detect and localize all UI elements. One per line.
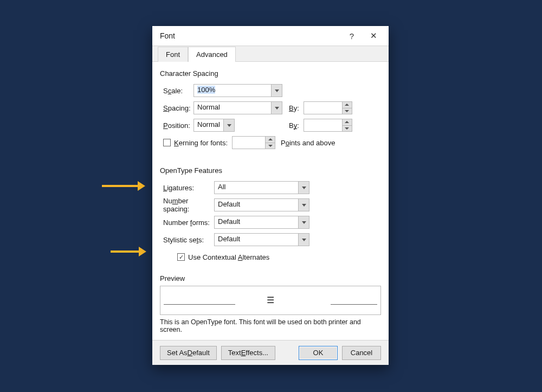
scale-value: 100%: [197, 86, 215, 94]
preview-line-right: [331, 304, 377, 305]
text-effects-button[interactable]: Text Effects...: [221, 346, 275, 360]
font-dialog: Font ? ✕ Font Advanced Character Spacing…: [152, 26, 389, 365]
chevron-down-icon[interactable]: [223, 119, 234, 131]
chevron-down-icon[interactable]: [298, 234, 309, 246]
preview-box: ☰: [160, 286, 381, 315]
number-spacing-combo[interactable]: Default: [214, 198, 309, 211]
stylistic-sets-value: Default: [215, 234, 298, 246]
position-by-label: By:: [289, 121, 299, 130]
chevron-down-icon[interactable]: [298, 182, 309, 194]
kerning-checkbox[interactable]: [163, 139, 171, 146]
ligatures-value: All: [215, 182, 298, 194]
chevron-down-icon[interactable]: [271, 85, 282, 97]
number-forms-label: Number forms:: [163, 219, 214, 227]
group-preview-title: Preview: [160, 274, 381, 282]
position-by-value: [304, 119, 342, 131]
number-forms-value: Default: [215, 216, 298, 228]
cancel-button[interactable]: Cancel: [342, 346, 381, 360]
kerning-value: [233, 137, 265, 149]
group-character-spacing-title: Character Spacing: [160, 69, 381, 78]
group-opentype: Ligatures: All Number spacing: Default N…: [160, 178, 381, 271]
spacing-by-input[interactable]: [304, 101, 352, 114]
group-opentype-title: OpenType Features: [160, 166, 381, 175]
tab-row: Font Advanced: [152, 46, 389, 62]
spinner-icon[interactable]: [342, 119, 352, 131]
contextual-alternates-checkbox[interactable]: [177, 253, 185, 261]
chevron-down-icon[interactable]: [271, 102, 282, 114]
footer: Set As Default Text Effects... OK Cancel: [152, 340, 389, 365]
set-as-default-button[interactable]: Set As Default: [160, 346, 217, 360]
position-by-input[interactable]: [304, 119, 352, 132]
contextual-alternates-label: Use Contextual Alternates: [188, 253, 269, 261]
kerning-input[interactable]: [232, 136, 275, 149]
annotation-arrow-1: [102, 181, 145, 191]
kerning-label: Kerning for fonts:: [174, 139, 228, 147]
dialog-title: Font: [160, 31, 341, 40]
kerning-suffix: Points and above: [281, 139, 335, 147]
number-forms-combo[interactable]: Default: [214, 216, 309, 229]
dialog-body: Character Spacing Scale: 100% Spacing: N…: [152, 62, 389, 340]
scale-combo[interactable]: 100%: [193, 84, 282, 97]
spacing-by-value: [304, 102, 342, 114]
spinner-icon[interactable]: [342, 102, 352, 114]
position-value: Normal: [194, 119, 223, 131]
spinner-icon[interactable]: [265, 137, 275, 149]
spacing-combo[interactable]: Normal: [193, 101, 282, 114]
ligatures-combo[interactable]: All: [214, 181, 309, 194]
chevron-down-icon[interactable]: [298, 199, 309, 211]
annotation-arrow-2: [111, 247, 146, 256]
number-spacing-label: Number spacing:: [163, 197, 214, 213]
position-combo[interactable]: Normal: [193, 119, 235, 132]
position-label: Position:: [163, 121, 193, 130]
help-icon[interactable]: ?: [341, 31, 363, 41]
spacing-value: Normal: [194, 102, 271, 114]
spacing-label: Spacing:: [163, 104, 193, 112]
ligatures-label: Ligatures:: [163, 184, 214, 192]
stylistic-sets-combo[interactable]: Default: [214, 233, 309, 246]
stylistic-sets-label: Stylistic sets:: [163, 236, 214, 244]
titlebar: Font ? ✕: [152, 26, 389, 46]
tab-font[interactable]: Font: [158, 47, 188, 62]
tab-advanced[interactable]: Advanced: [188, 47, 236, 62]
preview-line-left: [164, 304, 235, 305]
scale-label: Scale:: [163, 87, 193, 95]
group-character-spacing: Scale: 100% Spacing: Normal By:: [160, 81, 381, 157]
spacing-by-label: By:: [289, 104, 299, 112]
ok-button[interactable]: OK: [299, 346, 338, 360]
close-icon[interactable]: ✕: [363, 31, 384, 41]
preview-note: This is an OpenType font. This font will…: [160, 318, 381, 333]
preview-glyph: ☰: [267, 296, 274, 305]
number-spacing-value: Default: [215, 199, 298, 211]
chevron-down-icon[interactable]: [298, 216, 309, 228]
